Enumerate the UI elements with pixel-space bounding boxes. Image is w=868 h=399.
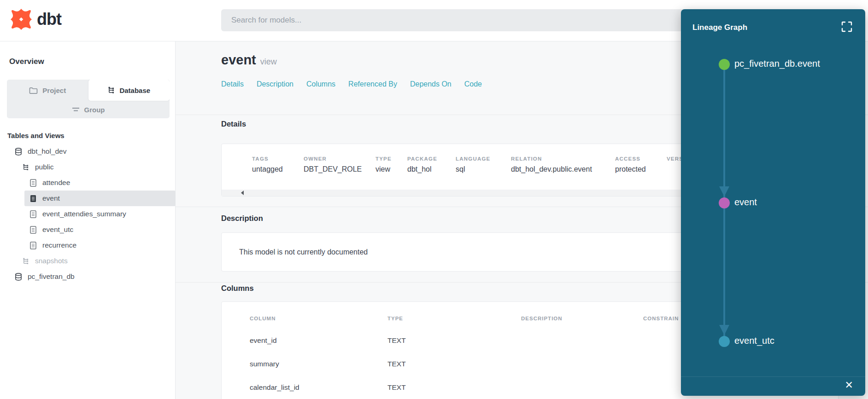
file-icon [29,210,37,218]
field-relation: RELATION dbt_hol_dev.public.event [511,156,615,173]
column-type-cell: TEXT [387,383,521,392]
tree-item-pc_fivetran_db[interactable]: pc_fivetran_db [0,269,176,284]
field-package: PACKAGE dbt_hol [407,156,456,173]
column-description-cell [521,336,643,345]
details-heading: Details [221,120,246,128]
sidebar: Overview Project Database [0,41,176,399]
tab-code[interactable]: Code [464,80,482,88]
column-header: TYPE [387,316,521,321]
lineage-node-label[interactable]: pc_fivetran_db.event [734,58,820,69]
field-type: TYPE view [375,156,407,173]
tree-item-snapshots[interactable]: snapshots [0,253,176,269]
field-label: LANGUAGE [456,156,511,162]
description-heading: Description [221,214,263,223]
page-title: eventview [221,52,277,68]
tree-item-label: recurrence [42,241,76,249]
tab-project[interactable]: Project [7,80,88,101]
field-label: TAGS [252,156,304,162]
tree-item-attendee[interactable]: attendee [0,175,176,191]
model-type-badge: view [260,57,277,66]
field-value: view [375,165,407,173]
schema-icon [22,258,29,265]
tab-database-label: Database [119,87,150,94]
column-description-cell [521,360,643,368]
field-value: dbt_hol [407,165,456,173]
field-tags: TAGS untagged [252,156,304,173]
tree-item-recurrence[interactable]: recurrence [0,237,176,253]
database-icon [14,273,22,281]
column-name-cell: summary [250,360,387,368]
schema-icon [22,164,29,171]
hierarchy-icon [107,87,115,94]
node-dot-pc_fivetran_db-event[interactable] [719,59,730,70]
field-label: TYPE [375,156,407,162]
tables-tree: dbt_hol_dev public attendee event [0,144,176,284]
dbt-logo-icon [10,8,32,30]
edge-arrow-icon [719,186,729,197]
view-switcher: Project Database Group [7,80,170,118]
column-type-cell: TEXT [387,360,521,368]
field-value: untagged [252,165,304,173]
field-owner: OWNER DBT_DEV_ROLE [304,156,375,173]
lineage-node-label[interactable]: event [734,197,757,208]
tree-item-public[interactable]: public [0,159,176,175]
overview-heading: Overview [9,57,44,66]
tree-item-label: event_utc [42,226,73,234]
file-icon [29,179,37,187]
column-header: COLUMN [250,316,387,321]
field-label: ACCESS [615,156,667,162]
field-value: protected [615,165,667,173]
columns-heading: Columns [221,284,254,293]
field-label: RELATION [511,156,615,162]
tree-item-label: dbt_hol_dev [28,147,66,156]
file-icon [29,195,37,202]
lineage-footer: ✕ [681,376,865,396]
field-label: PACKAGE [407,156,456,162]
column-description-cell [521,383,643,392]
column-name-cell: event_id [250,336,387,345]
tree-item-event_attendies_summary[interactable]: event_attendies_summary [0,206,176,222]
tree-item-label: event_attendies_summary [42,210,126,218]
tab-project-label: Project [42,87,66,94]
tab-referenced-by[interactable]: Referenced By [348,80,397,88]
scroll-left-arrow-icon[interactable] [241,191,244,195]
description-text: This model is not currently documented [239,248,368,256]
tree-item-label: public [35,163,54,171]
field-value: DBT_DEV_ROLE [304,165,375,173]
tree-item-label: snapshots [35,257,68,265]
tree-item-event[interactable]: event [24,191,176,206]
tree-item-event_utc[interactable]: event_utc [0,222,176,237]
node-dot-event[interactable] [719,197,730,208]
field-value: dbt_hol_dev.public.event [511,165,615,173]
column-name-cell: calendar_list_id [250,383,387,392]
tab-group[interactable]: Group [7,101,170,118]
lineage-graph-panel: Lineage Graph pc_fivetran_db.event event… [681,9,865,396]
tree-item-label: event [42,194,60,202]
tree-item-label: attendee [42,179,70,187]
node-dot-event_utc[interactable] [719,336,730,347]
tab-description[interactable]: Description [257,80,293,88]
section-tabs: Details Description Columns Referenced B… [221,80,482,88]
database-icon [14,148,22,156]
tab-database[interactable]: Database [88,80,170,101]
file-icon [29,242,37,249]
tab-depends-on[interactable]: Depends On [410,80,452,88]
tab-details[interactable]: Details [221,80,244,88]
column-type-cell: TEXT [387,336,521,345]
tab-columns[interactable]: Columns [306,80,335,88]
tab-group-label: Group [84,106,105,114]
field-value: sql [456,165,511,173]
field-language: LANGUAGE sql [456,156,511,173]
column-header: DESCRIPTION [521,316,643,321]
tree-item-label: pc_fivetran_db [28,272,75,281]
close-icon[interactable]: ✕ [845,380,853,390]
field-label: OWNER [304,156,375,162]
logo-text: dbt [37,10,61,29]
lineage-node-label[interactable]: event_utc [734,335,774,346]
model-name: event [221,52,256,67]
tree-item-dbt_hol_dev[interactable]: dbt_hol_dev [0,144,176,159]
edge-arrow-icon [719,325,729,335]
dbt-logo: dbt [10,8,61,30]
filter-icon [72,107,80,112]
file-icon [29,226,37,234]
